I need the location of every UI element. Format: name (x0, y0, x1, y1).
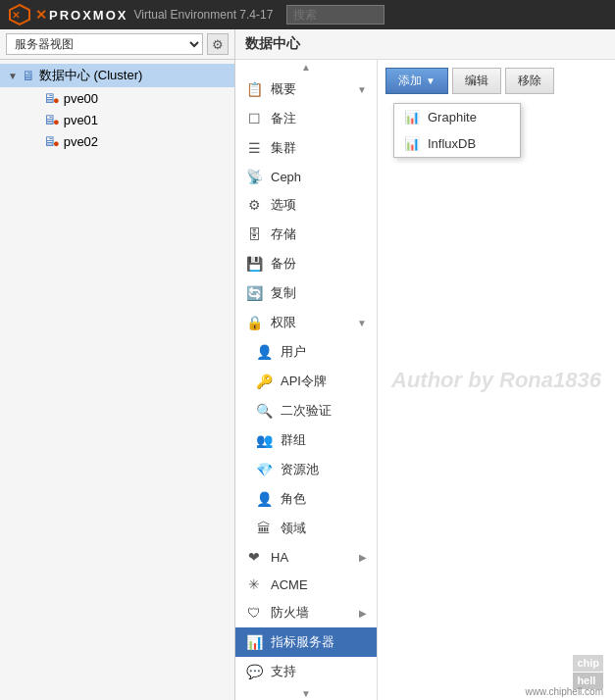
nav-item-groups[interactable]: 👥 群组 (235, 425, 377, 455)
influxdb-icon: 📊 (404, 136, 420, 151)
nav-item-backup[interactable]: 💾 备份 (235, 249, 377, 278)
firewall-arrow: ▶ (359, 608, 367, 619)
pve00-label: pve00 (64, 91, 98, 106)
nav-scroll-down[interactable]: ▼ (235, 686, 377, 700)
remove-button-label: 移除 (518, 73, 541, 89)
datacenter-icon: 🖥 (22, 68, 35, 83)
nav-item-permissions[interactable]: 🔒 权限 ▼ (235, 308, 377, 337)
nav-item-resource-pool[interactable]: 💎 资源池 (235, 455, 377, 484)
tree-item-pve01[interactable]: 🖥 ● pve01 (0, 109, 234, 130)
pve01-label: pve01 (64, 113, 98, 127)
pve02-label: pve02 (64, 134, 98, 149)
tree-area: ▼ 🖥 数据中心 (Cluster) 🖥 ● pve00 🖥 ● pve01 (0, 60, 234, 700)
permissions-icon: 🔒 (245, 315, 263, 330)
nav-label-firewall: 防火墙 (271, 604, 309, 622)
nav-item-notes[interactable]: ☐ 备注 (235, 104, 377, 133)
metric-server-icon: 📊 (245, 634, 263, 650)
nav-label-metric-server: 指标服务器 (271, 633, 334, 651)
remove-button[interactable]: 移除 (505, 68, 554, 94)
nav-item-metric-server[interactable]: 📊 指标服务器 (235, 627, 377, 657)
tree-item-pve02[interactable]: 🖥 ● pve02 (0, 130, 234, 152)
firewall-icon: 🛡 (245, 605, 263, 621)
right-header-title: 数据中心 (245, 35, 300, 51)
resource-pool-icon: 💎 (255, 462, 273, 477)
nav-item-realms[interactable]: 🏛 领域 (235, 514, 377, 543)
api-tokens-icon: 🔑 (255, 374, 273, 389)
nav-label-groups: 群组 (281, 431, 306, 449)
pve00-status-dot: ● (53, 94, 60, 106)
server-view-select[interactable]: 服务器视图 (6, 33, 203, 55)
2fa-icon: 🔍 (255, 403, 273, 419)
nav-item-summary[interactable]: 📋 概要 ▼ (235, 75, 377, 104)
nav-item-roles[interactable]: 👤 角色 (235, 484, 377, 514)
nav-label-support: 支持 (271, 663, 296, 680)
svg-text:✕: ✕ (12, 10, 20, 21)
backup-icon: 💾 (245, 256, 263, 272)
nav-item-ha[interactable]: ❤ HA ▶ (235, 543, 377, 571)
nav-item-cluster[interactable]: ☰ 集群 (235, 133, 377, 163)
add-button[interactable]: 添加 ▼ (385, 68, 448, 94)
edit-button-label: 编辑 (465, 73, 488, 89)
notes-icon: ☐ (245, 111, 263, 126)
graphite-icon: 📊 (404, 110, 420, 125)
ha-arrow: ▶ (359, 552, 367, 563)
titlebar: ✕ ✕ PROXMOX Virtual Environment 7.4-17 (0, 0, 615, 29)
nav-item-replication[interactable]: 🔄 复制 (235, 278, 377, 308)
ha-icon: ❤ (245, 549, 263, 565)
nav-item-api-tokens[interactable]: 🔑 API令牌 (235, 367, 377, 396)
replication-icon: 🔄 (245, 285, 263, 301)
chip-text: chip (573, 655, 603, 672)
content-area: 添加 ▼ 编辑 移除 📊 Graphite (378, 60, 615, 700)
pve02-status-dot: ● (53, 137, 60, 149)
edit-button[interactable]: 编辑 (452, 68, 501, 94)
nav-label-realms: 领域 (281, 520, 306, 537)
right-content: ▲ 📋 概要 ▼ ☐ 备注 ☰ 集群 (235, 60, 615, 700)
search-input[interactable] (286, 5, 384, 25)
support-icon: 💬 (245, 664, 263, 679)
nav-label-resource-pool: 资源池 (281, 461, 319, 478)
nav-label-api-tokens: API令牌 (281, 373, 327, 390)
nav-label-storage: 存储 (271, 225, 296, 243)
nav-item-firewall[interactable]: 🛡 防火墙 ▶ (235, 598, 377, 627)
tree-item-datacenter[interactable]: ▼ 🖥 数据中心 (Cluster) (0, 64, 234, 87)
nav-label-replication: 复制 (271, 284, 296, 302)
logo-brand: PROXMOX (49, 8, 128, 23)
permissions-arrow: ▼ (357, 318, 367, 328)
nav-item-acme[interactable]: ✳ ACME (235, 571, 377, 598)
users-icon: 👤 (255, 344, 273, 360)
roles-icon: 👤 (255, 491, 273, 507)
datacenter-label: 数据中心 (Cluster) (39, 67, 142, 84)
toolbar-row: 添加 ▼ 编辑 移除 📊 Graphite (385, 68, 607, 94)
cluster-icon: ☰ (245, 140, 263, 156)
pve01-status-dot: ● (53, 116, 60, 127)
storage-icon: 🗄 (245, 226, 263, 242)
proxmox-logo-icon: ✕ (8, 3, 31, 26)
center-nav: ▲ 📋 概要 ▼ ☐ 备注 ☰ 集群 (235, 60, 378, 700)
nav-item-2fa[interactable]: 🔍 二次验证 (235, 396, 377, 425)
right-panel: 数据中心 ▲ 📋 概要 ▼ ☐ 备注 ☰ 集 (235, 29, 615, 700)
nav-label-backup: 备份 (271, 255, 296, 273)
nav-label-cluster: 集群 (271, 139, 296, 157)
options-icon: ⚙ (245, 197, 263, 213)
main-layout: 服务器视图 ⚙ ▼ 🖥 数据中心 (Cluster) 🖥 ● pve00 🖥 (0, 29, 615, 700)
proxmox-logo: ✕ ✕ PROXMOX (8, 3, 128, 26)
add-dropdown-menu: 📊 Graphite 📊 InfluxDB (393, 103, 521, 158)
nav-item-ceph[interactable]: 📡 Ceph (235, 163, 377, 190)
nav-item-support[interactable]: 💬 支持 (235, 657, 377, 686)
ceph-icon: 📡 (245, 169, 263, 184)
nav-item-users[interactable]: 👤 用户 (235, 337, 377, 367)
nav-scroll-up[interactable]: ▲ (235, 60, 377, 75)
nav-label-users: 用户 (281, 343, 306, 361)
tree-item-pve00[interactable]: 🖥 ● pve00 (0, 87, 234, 109)
gear-button[interactable]: ⚙ (207, 33, 229, 55)
nav-label-acme: ACME (271, 577, 308, 592)
nav-item-options[interactable]: ⚙ 选项 (235, 190, 377, 220)
summary-icon: 📋 (245, 81, 263, 97)
nav-item-storage[interactable]: 🗄 存储 (235, 220, 377, 249)
nav-label-options: 选项 (271, 196, 296, 214)
dropdown-item-graphite[interactable]: 📊 Graphite (394, 104, 520, 130)
acme-icon: ✳ (245, 576, 263, 592)
dropdown-item-influxdb[interactable]: 📊 InfluxDB (394, 130, 520, 157)
graphite-label: Graphite (428, 110, 477, 125)
groups-icon: 👥 (255, 432, 273, 448)
